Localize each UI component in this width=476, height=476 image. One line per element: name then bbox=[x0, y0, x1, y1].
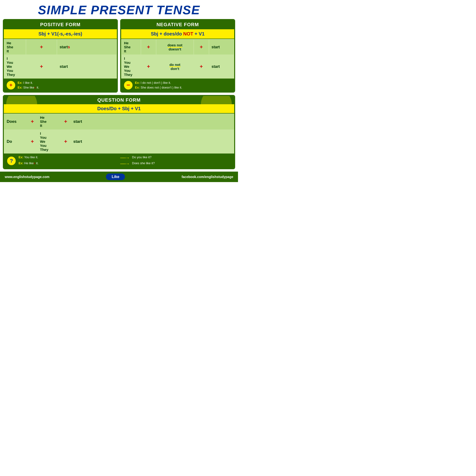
plus-sign: + bbox=[26, 55, 57, 78]
doesnt: doesn't bbox=[169, 47, 181, 51]
verb-suffix: s bbox=[68, 45, 70, 49]
plus-sign: + bbox=[141, 55, 156, 78]
q-ex-stmt-2: Ex: He likes it. bbox=[18, 161, 117, 166]
subject-cell: I You We You They bbox=[122, 55, 141, 78]
plus-sign: + bbox=[194, 39, 209, 54]
verb-cell: start bbox=[57, 55, 116, 78]
table-row: He She It + starts bbox=[4, 39, 116, 54]
positive-formula: Sbj + V1(-s,-es,-ies) bbox=[4, 29, 117, 39]
plus-sign: + bbox=[141, 39, 156, 54]
question-examples: ? Ex: You like it. ──→ Do you like it? E… bbox=[4, 153, 234, 168]
negative-badge: − bbox=[124, 81, 133, 89]
negative-form-box: NEGATIVE FORM Sbj + does/do NOT + V1 He … bbox=[120, 19, 235, 93]
subject-cell: He She It bbox=[37, 114, 61, 130]
q-ex-ans-2: Does she like it? bbox=[132, 161, 231, 166]
plus-sign: + bbox=[61, 130, 70, 153]
plus-sign: + bbox=[61, 114, 70, 130]
subject-cell: I You We You They bbox=[37, 130, 61, 153]
question-table: Does + He She It + start Do + I You We Y… bbox=[4, 114, 234, 153]
verb-cell: start bbox=[70, 130, 234, 153]
negative-header: NEGATIVE FORM bbox=[121, 20, 234, 29]
ex-label: Ex: bbox=[17, 86, 22, 89]
verb-cell: start bbox=[70, 114, 234, 130]
negative-examples: − Ex: I do not ( don't ) like it. Ex: Sh… bbox=[121, 79, 234, 92]
subject-cell: He She It bbox=[122, 39, 141, 54]
does-not: does not bbox=[159, 43, 191, 47]
ex-label: Ex: bbox=[135, 86, 140, 89]
table-row: He She It + does not doesn't + start bbox=[122, 39, 234, 54]
ex-label: Ex: bbox=[17, 81, 22, 85]
positive-header: POSITIVE FORM bbox=[4, 20, 117, 29]
verb-cell: start bbox=[209, 39, 234, 54]
aux-cell: Do bbox=[4, 130, 28, 153]
verb-cell: starts bbox=[57, 39, 116, 54]
aux-cell: Does bbox=[4, 114, 28, 130]
table-row: Do + I You We You They + start bbox=[4, 130, 234, 153]
example-text-negative: Ex: I do not ( don't ) like it. Ex: She … bbox=[135, 81, 182, 90]
question-header: QUESTION FORM bbox=[4, 97, 234, 103]
neg-cell: do not don't bbox=[156, 55, 193, 78]
not-keyword: NOT bbox=[183, 31, 193, 36]
q-ex-arrow-1: ──→ bbox=[120, 155, 129, 160]
negative-formula: Sbj + does/do NOT + V1 bbox=[121, 29, 234, 39]
footer-bar: www.englishstudypage.com Like facebook.c… bbox=[0, 171, 238, 182]
q-ex-stmt-1: Ex: You like it. bbox=[18, 155, 117, 160]
table-row: I You We You They + do not don't + start bbox=[122, 55, 234, 78]
plus-sign: + bbox=[26, 39, 57, 54]
plus-sign: + bbox=[194, 55, 209, 78]
question-header-wrap: QUESTION FORM bbox=[4, 96, 234, 104]
question-formula: Does/Do + Sbj + V1 bbox=[4, 104, 234, 114]
footer-left: www.englishstudypage.com bbox=[5, 175, 50, 179]
neg-cell: does not doesn't bbox=[156, 39, 193, 54]
question-badge: ? bbox=[7, 157, 16, 165]
footer-right: facebook.com/englishstudypage bbox=[182, 175, 233, 179]
positive-form-box: POSITIVE FORM Sbj + V1(-s,-es,-ies) He S… bbox=[3, 19, 118, 93]
plus-sign: + bbox=[28, 114, 37, 130]
example-text-positive: Ex: I like it. Ex: She likes it. bbox=[17, 81, 39, 90]
q-ex-arrow-2: ──→ bbox=[120, 161, 129, 166]
positive-badge: + bbox=[7, 81, 15, 89]
subject-cell: I You We You They bbox=[4, 55, 26, 78]
q-examples-grid: Ex: You like it. ──→ Do you like it? Ex:… bbox=[18, 155, 231, 166]
dont: don't bbox=[171, 67, 179, 71]
positive-examples: + Ex: I like it. Ex: She likes it. bbox=[4, 79, 117, 92]
verb-cell: start bbox=[209, 55, 234, 78]
q-ex-ans-1: Do you like it? bbox=[132, 155, 231, 160]
subject-cell: He She It bbox=[4, 39, 26, 54]
like-badge[interactable]: Like bbox=[106, 173, 125, 180]
plus-sign: + bbox=[28, 130, 37, 153]
main-title: SIMPLE PRESENT TENSE bbox=[0, 0, 238, 19]
table-row: Does + He She It + start bbox=[4, 114, 234, 130]
negative-table: He She It + does not doesn't + start I Y… bbox=[121, 39, 234, 79]
table-row: I You We You They + start bbox=[4, 55, 116, 78]
do-not: do not bbox=[159, 63, 191, 67]
positive-table: He She It + starts I You We You They + s… bbox=[4, 39, 117, 79]
s-suffix: s bbox=[34, 86, 36, 89]
question-form-box: QUESTION FORM Does/Do + Sbj + V1 Does + … bbox=[3, 95, 235, 169]
ex-label: Ex: bbox=[135, 81, 140, 85]
